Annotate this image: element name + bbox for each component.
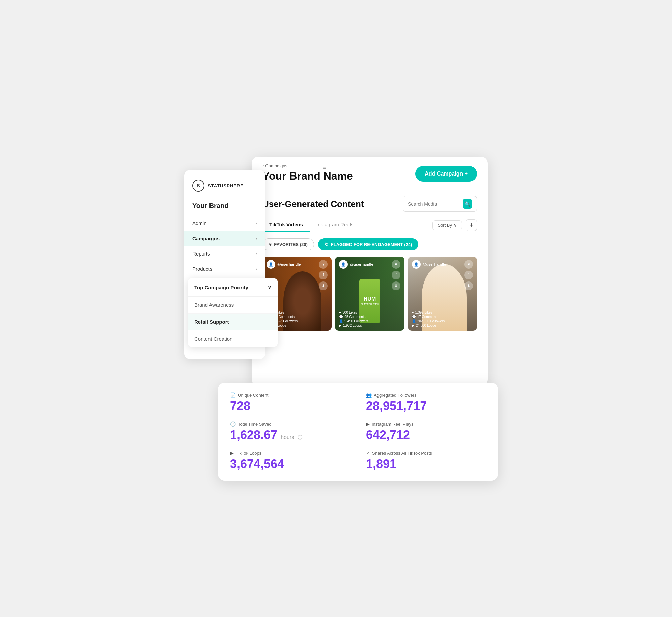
sidebar-item-products[interactable]: Products ›	[184, 261, 265, 276]
search-box: 🔍	[403, 196, 477, 212]
play-icon: ▶	[366, 421, 370, 427]
video-top-row: 👤 @userhandle ♥ ⤴ ⬇	[339, 260, 400, 290]
stat-value-time-saved: 1,628.67 hours ⓘ	[230, 428, 350, 442]
heart-button[interactable]: ♥	[392, 260, 400, 269]
video-user: 👤 @userhandle	[267, 260, 301, 269]
video-actions: ♥ ⤴ ⬇	[319, 260, 328, 290]
stat-likes: ♥ 1,392 Likes	[412, 311, 473, 314]
chevron-down-icon: ∨	[454, 223, 457, 228]
video-card-content: 👤 @userhandle ♥ ⤴ ⬇	[408, 257, 477, 331]
favorites-filter[interactable]: ♥ FAVORITES (20)	[262, 238, 314, 250]
campaign-item-content-creation[interactable]: Content Creation	[188, 330, 278, 347]
video-card[interactable]: 👤 @userhandle ♥ ⤴ ⬇	[408, 257, 477, 331]
sidebar-item-campaigns[interactable]: Campaigns ›	[184, 231, 265, 246]
download-button[interactable]: ⬇	[464, 281, 473, 290]
avatar: 👤	[339, 260, 348, 269]
filter-row: ♥ FAVORITES (20) ↻ FLAGGED FOR RE-ENGAGE…	[262, 238, 477, 250]
video-user: 👤 @userhandle	[412, 260, 446, 269]
logo-icon: S	[192, 180, 204, 192]
video-user: 👤 @userhandle	[339, 260, 373, 269]
main-header: ‹ Campaigns Your Brand Name Add Campaign…	[252, 157, 488, 188]
document-icon: 📄	[230, 392, 236, 398]
stat-aggregated-followers: 👥 Aggregated Followers 28,951,717	[366, 392, 486, 413]
video-stats: ♥ 300 Likes 💬 95 Comments 👤 9,450 Follow	[339, 311, 400, 327]
sort-controls: Sort By ∨ ⬇	[432, 219, 477, 231]
stat-value-aggregated-followers: 28,951,717	[366, 399, 486, 413]
campaign-item-retail-support[interactable]: Retail Support	[188, 314, 278, 330]
people-icon: 👥	[366, 392, 372, 398]
stat-loops: ▶ 1,982 Loops	[339, 324, 400, 327]
search-button[interactable]: 🔍	[463, 199, 472, 209]
stat-tiktok-loops: ▶ TikTok Loops 3,674,564	[230, 450, 350, 471]
download-button[interactable]: ⬇	[466, 219, 477, 231]
chevron-right-icon: ›	[256, 221, 257, 226]
video-actions: ♥ ⤴ ⬇	[392, 260, 400, 290]
chevron-right-icon: ›	[256, 236, 257, 241]
stat-comments: 💬 95 Comments	[339, 315, 400, 319]
share-icon: ↗	[366, 450, 370, 456]
stat-instagram-reel-plays: ▶ Instagram Reel Plays 642,712	[366, 421, 486, 442]
stat-total-time-saved: 🕐 Total Time Saved 1,628.67 hours ⓘ	[230, 421, 350, 442]
add-campaign-button[interactable]: Add Campaign +	[415, 166, 477, 182]
app-name: STATUSPHERE	[208, 183, 244, 188]
share-button[interactable]: ⤴	[319, 271, 328, 279]
main-panel: ≡ ‹ Campaigns Your Brand Name Add Campai…	[252, 157, 488, 386]
video-stats: ♥ 1,392 Likes 💬 17 Comments 👤 202,900 Fo	[412, 311, 473, 327]
search-input[interactable]	[408, 201, 460, 207]
chevron-right-icon: ›	[256, 251, 257, 256]
stat-comments: 💬 17 Comments	[412, 315, 473, 319]
content-header-row: User-Generated Content 🔍	[262, 196, 477, 212]
share-button[interactable]: ⤴	[464, 271, 473, 279]
stat-value-tiktok-loops: 3,674,564	[230, 457, 350, 471]
tab-tiktok[interactable]: TikTok Videos	[262, 218, 310, 232]
stat-value-shares-tiktok: 1,891	[366, 457, 486, 471]
video-grid: 👤 @userhandle ♥ ⤴ ⬇	[262, 257, 477, 331]
sort-by-button[interactable]: Sort By ∨	[432, 220, 462, 230]
header-left: ‹ Campaigns Your Brand Name	[262, 163, 353, 182]
tabs: TikTok Videos Instagram Reels	[262, 218, 360, 232]
brand-name: Your Brand	[184, 198, 265, 216]
flagged-filter[interactable]: ↻ FLAGGED FOR RE-ENGAGEMENT (24)	[318, 238, 419, 250]
play-icon: ▶	[230, 450, 234, 456]
refresh-icon: ↻	[325, 242, 329, 247]
sidebar-nav: Admin › Campaigns › Reports › Products ›	[184, 216, 265, 276]
stat-loops: ▶ 24,800 Loops	[412, 324, 473, 327]
ugc-title: User-Generated Content	[262, 199, 364, 209]
stat-value-unique-content: 728	[230, 399, 350, 413]
avatar: 👤	[267, 260, 275, 269]
heart-button[interactable]: ♥	[464, 260, 473, 269]
sidebar-item-reports[interactable]: Reports ›	[184, 246, 265, 261]
sidebar-logo: S STATUSPHERE	[184, 180, 265, 198]
tabs-row: TikTok Videos Instagram Reels Sort By ∨ …	[262, 218, 477, 232]
tab-instagram[interactable]: Instagram Reels	[310, 218, 360, 232]
heart-icon: ♥	[269, 242, 272, 247]
stat-value-instagram-reel-plays: 642,712	[366, 428, 486, 442]
stat-likes: ♥ 300 Likes	[339, 311, 400, 314]
stat-followers: 👤 9,450 Followers	[339, 319, 400, 323]
download-button[interactable]: ⬇	[392, 281, 400, 290]
download-button[interactable]: ⬇	[319, 281, 328, 290]
clock-icon: 🕐	[230, 421, 236, 427]
stats-grid: 📄 Unique Content 728 👥 Aggregated Follow…	[230, 392, 486, 471]
campaign-dropdown-header[interactable]: Top Campaign Priority ∨	[188, 278, 278, 297]
stat-shares-tiktok: ↗ Shares Across All TikTok Posts 1,891	[366, 450, 486, 471]
info-icon[interactable]: ⓘ	[298, 435, 302, 440]
hamburger-icon[interactable]: ≡	[323, 163, 327, 171]
stats-panel: 📄 Unique Content 728 👥 Aggregated Follow…	[218, 383, 498, 481]
video-top-row: 👤 @userhandle ♥ ⤴ ⬇	[412, 260, 473, 290]
campaign-item-brand-awareness[interactable]: Brand Awareness	[188, 297, 278, 314]
share-button[interactable]: ⤴	[392, 271, 400, 279]
chevron-right-icon: ›	[256, 266, 257, 271]
back-arrow-icon: ‹	[262, 163, 264, 168]
campaign-priority-dropdown: Top Campaign Priority ∨ Brand Awareness …	[188, 278, 278, 347]
back-link[interactable]: ‹ Campaigns	[262, 163, 353, 168]
stat-unique-content: 📄 Unique Content 728	[230, 392, 350, 413]
stat-followers: 👤 202,900 Followers	[412, 319, 473, 323]
page-title: Your Brand Name	[262, 170, 353, 182]
video-card[interactable]: HUM FLATTER ME® 👤 @userhandle ♥	[335, 257, 404, 331]
video-card-content: 👤 @userhandle ♥ ⤴ ⬇	[335, 257, 404, 331]
avatar: 👤	[412, 260, 421, 269]
sidebar-item-admin[interactable]: Admin ›	[184, 216, 265, 231]
chevron-down-icon: ∨	[268, 284, 271, 290]
heart-button[interactable]: ♥	[319, 260, 328, 269]
